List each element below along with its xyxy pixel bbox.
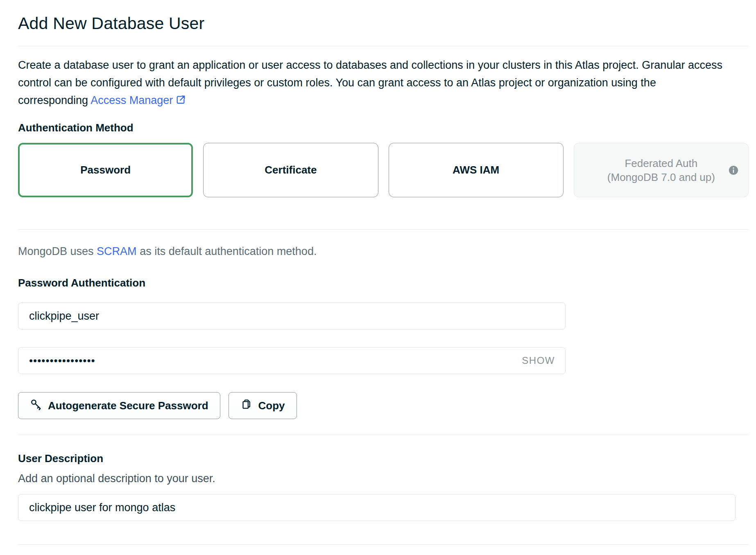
- copy-button-label: Copy: [258, 399, 285, 412]
- access-manager-link[interactable]: Access Manager: [91, 94, 173, 106]
- auth-option-certificate-label: Certificate: [265, 164, 317, 176]
- password-input[interactable]: [18, 347, 566, 374]
- bottom-divider: [18, 544, 749, 545]
- info-icon[interactable]: [728, 165, 739, 176]
- auth-option-aws-iam-label: AWS IAM: [453, 164, 499, 176]
- password-buttons-row: Autogenerate Secure Password Copy: [18, 392, 749, 419]
- page-title: Add New Database User: [18, 14, 749, 33]
- auth-option-password[interactable]: Password: [18, 143, 193, 197]
- username-input[interactable]: [18, 302, 566, 329]
- show-password-button[interactable]: SHOW: [522, 355, 555, 366]
- password-section-divider: [18, 435, 749, 435]
- federated-auth-line1: Federated Auth: [625, 157, 697, 169]
- intro-paragraph: Create a database user to grant an appli…: [18, 56, 722, 109]
- scram-note: MongoDB uses SCRAM as its default authen…: [18, 245, 749, 258]
- auth-option-aws-iam[interactable]: AWS IAM: [389, 143, 564, 197]
- add-database-user-panel: Add New Database User Create a database …: [18, 14, 749, 545]
- autogenerate-password-label: Autogenerate Secure Password: [48, 399, 208, 412]
- title-divider: [18, 46, 749, 46]
- auth-option-federated-auth-label: Federated Auth (MongoDB 7.0 and up): [607, 156, 715, 184]
- authentication-method-options: Password Certificate AWS IAM Federated A…: [18, 143, 749, 197]
- auth-option-federated-auth: Federated Auth (MongoDB 7.0 and up): [574, 143, 749, 197]
- cards-divider: [18, 229, 749, 230]
- external-link-icon[interactable]: [175, 93, 186, 104]
- autogenerate-password-button[interactable]: Autogenerate Secure Password: [18, 392, 220, 419]
- copy-password-button[interactable]: Copy: [229, 392, 297, 419]
- auth-option-certificate[interactable]: Certificate: [203, 143, 378, 197]
- user-description-input[interactable]: [18, 494, 736, 521]
- password-authentication-heading: Password Authentication: [18, 277, 749, 289]
- authentication-method-heading: Authentication Method: [18, 122, 749, 134]
- note-before: MongoDB uses: [18, 245, 97, 257]
- auth-option-password-label: Password: [80, 164, 131, 176]
- user-description-heading: User Description: [18, 452, 749, 465]
- note-after: as its default authentication method.: [137, 245, 317, 257]
- password-field-wrapper: SHOW: [18, 347, 566, 374]
- key-icon: [30, 398, 42, 413]
- scram-link[interactable]: SCRAM: [97, 245, 137, 257]
- user-description-subtext: Add an optional description to your user…: [18, 472, 749, 485]
- copy-icon: [240, 398, 253, 413]
- federated-auth-line2: (MongoDB 7.0 and up): [607, 171, 715, 183]
